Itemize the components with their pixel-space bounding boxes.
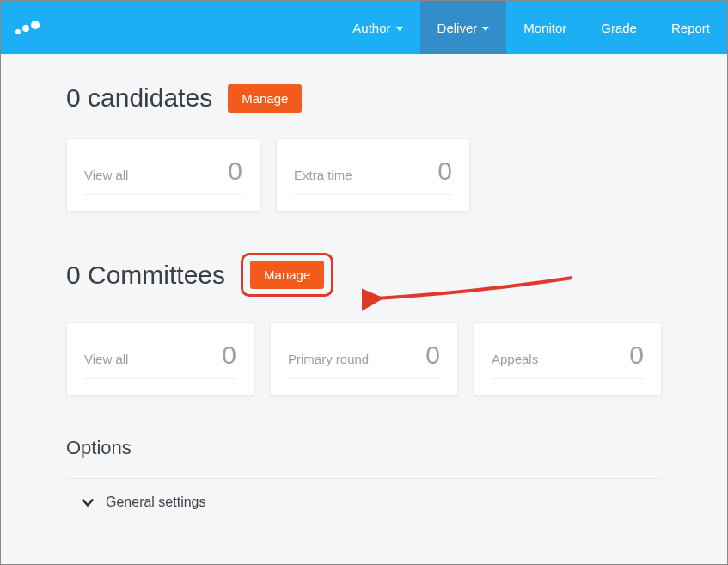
candidates-heading: 0 candidates Manage (66, 83, 662, 113)
card-label: View all (84, 168, 128, 182)
nav-item-monitor[interactable]: Monitor (506, 1, 584, 54)
nav-label: Deliver (437, 21, 478, 35)
svg-point-2 (31, 21, 40, 29)
committees-title: 0 Committees (66, 261, 225, 290)
card-label: View all (84, 352, 128, 366)
card-value: 0 (222, 341, 236, 370)
card-primary-round[interactable]: Primary round 0 (270, 322, 458, 396)
general-settings-label: General settings (106, 494, 206, 510)
options-accordion: General settings (66, 478, 662, 510)
card-label: Primary round (288, 352, 369, 366)
chevron-down-icon (482, 27, 489, 31)
general-settings-row[interactable]: General settings (82, 494, 662, 510)
card-label: Extra time (294, 168, 352, 182)
chevron-down-icon (82, 496, 94, 508)
card-value: 0 (437, 157, 452, 186)
candidates-title: 0 candidates (66, 83, 212, 113)
top-navbar: Author Deliver Monitor Grade Report (1, 1, 727, 54)
nav-label: Report (671, 21, 710, 35)
card-view-all-committees[interactable]: View all 0 (66, 322, 254, 396)
card-extra-time[interactable]: Extra time 0 (276, 138, 470, 212)
nav-item-report[interactable]: Report (654, 1, 727, 54)
chevron-down-icon (396, 27, 403, 31)
nav-item-author[interactable]: Author (335, 1, 419, 54)
card-view-all-candidates[interactable]: View all 0 (66, 138, 260, 212)
card-appeals[interactable]: Appeals 0 (474, 322, 662, 396)
options-title: Options (66, 437, 662, 459)
nav-label: Author (352, 21, 390, 35)
nav-label: Monitor (523, 21, 566, 35)
candidates-cards: View all 0 Extra time 0 (66, 138, 662, 212)
committees-heading: 0 Committees Manage (66, 253, 662, 297)
card-label: Appeals (492, 352, 538, 366)
card-value: 0 (228, 157, 242, 186)
nav-item-grade[interactable]: Grade (584, 1, 654, 54)
svg-point-1 (22, 25, 29, 32)
annotation-highlight: Manage (241, 253, 333, 297)
svg-point-0 (15, 29, 21, 34)
card-value: 0 (629, 341, 644, 370)
page-body: 0 candidates Manage View all 0 Extra tim… (1, 54, 727, 510)
logo[interactable] (1, 1, 58, 54)
manage-candidates-button[interactable]: Manage (228, 84, 302, 113)
logo-icon (13, 18, 40, 37)
manage-committees-button[interactable]: Manage (250, 261, 324, 289)
committees-cards: View all 0 Primary round 0 Appeals 0 (66, 322, 662, 396)
nav-item-deliver[interactable]: Deliver (420, 1, 507, 54)
nav-label: Grade (601, 21, 637, 35)
card-value: 0 (425, 341, 440, 370)
